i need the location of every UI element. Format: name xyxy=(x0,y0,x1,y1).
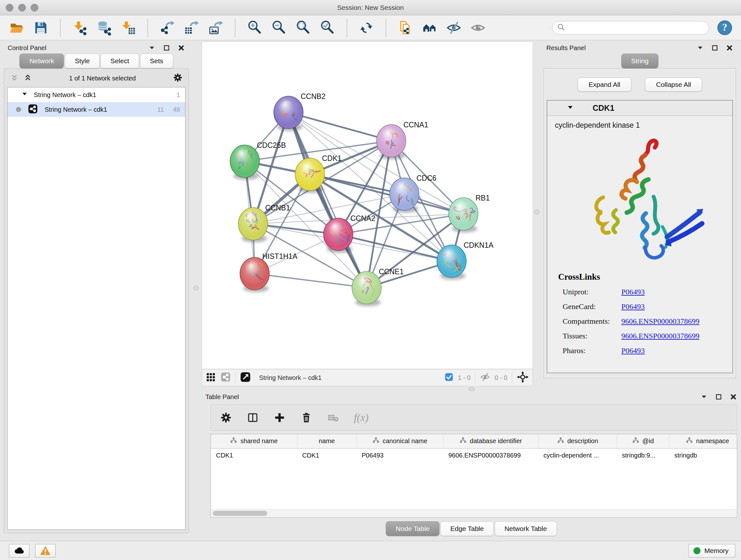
collapse-all-tree-icon[interactable] xyxy=(10,73,19,83)
export-image-icon[interactable] xyxy=(207,19,224,36)
refresh-icon[interactable] xyxy=(358,19,375,36)
network-row-selected[interactable]: String Network – cdk1 11 48 xyxy=(8,102,185,117)
zoom-selected-icon[interactable] xyxy=(319,19,336,36)
close-panel-icon[interactable] xyxy=(730,393,737,401)
tab-select[interactable]: Select xyxy=(100,54,139,68)
network-options-gear-icon[interactable] xyxy=(173,72,183,84)
vertical-splitter-grip[interactable] xyxy=(534,209,539,214)
table-horizontal-scrollbar[interactable] xyxy=(211,509,737,517)
control-panel-tabs: NetworkStyleSelectSets xyxy=(4,54,189,68)
node-CDC25B[interactable]: CDC25B xyxy=(230,141,286,180)
table-cell[interactable]: stringdb xyxy=(669,448,737,462)
show-all-icon[interactable] xyxy=(470,19,486,36)
expand-all-button[interactable]: Expand All xyxy=(578,78,631,91)
float-panel-icon[interactable] xyxy=(711,44,719,52)
node-CCNE1[interactable]: CCNE1 xyxy=(352,267,404,306)
help-button[interactable]: ? xyxy=(717,20,733,36)
zoom-in-icon[interactable] xyxy=(246,19,263,36)
close-panel-icon[interactable] xyxy=(178,44,185,52)
open-session-icon[interactable] xyxy=(8,19,25,36)
expand-all-tree-icon[interactable] xyxy=(23,73,32,83)
node-HIST1H1A[interactable]: HIST1H1A xyxy=(240,252,298,292)
table-cell[interactable]: P06493 xyxy=(356,448,443,462)
tree-expander-icon[interactable] xyxy=(22,91,27,99)
import-database-icon[interactable] xyxy=(96,19,112,36)
grid-view-icon[interactable] xyxy=(206,372,216,383)
tab-node-table[interactable]: Node Table xyxy=(386,521,440,536)
export-table-icon[interactable] xyxy=(183,19,200,36)
horizontal-splitter-grip[interactable] xyxy=(468,387,475,391)
search-box[interactable] xyxy=(552,21,709,35)
collapse-all-button[interactable]: Collapse All xyxy=(645,78,702,91)
crosslink-link[interactable]: 9606.ENSP00000378699 xyxy=(621,328,699,343)
tab-network-table[interactable]: Network Table xyxy=(495,521,557,536)
network-canvas[interactable]: CCNB2CCNA1CDC25BCDK1CDC6RB1CCNB1CCNA2CDK… xyxy=(202,42,533,369)
panel-menu-icon[interactable] xyxy=(696,44,704,52)
column-header-canonical-name[interactable]: canonical name xyxy=(356,434,443,448)
save-session-icon[interactable] xyxy=(32,19,49,36)
node-CCNB2[interactable]: CCNB2 xyxy=(274,92,326,131)
import-network-icon[interactable] xyxy=(71,19,88,36)
network-graph[interactable]: CCNB2CCNA1CDC25BCDK1CDC6RB1CCNB1CCNA2CDK… xyxy=(202,42,533,369)
table-cell[interactable]: CDK1 xyxy=(297,448,356,462)
crosslink-link[interactable]: 9606.ENSP00000378699 xyxy=(621,314,699,328)
network-collection-row[interactable]: String Network – cdk1 1 xyxy=(8,87,185,102)
zoom-out-icon[interactable] xyxy=(271,19,287,36)
float-panel-icon[interactable] xyxy=(715,393,723,401)
tab-sets[interactable]: Sets xyxy=(140,54,173,68)
table-cell[interactable]: stringdb:9... xyxy=(617,448,669,462)
tab-style[interactable]: Style xyxy=(65,54,99,68)
section-collapse-icon[interactable] xyxy=(567,105,574,112)
node-CCNA2[interactable]: CCNA2 xyxy=(324,214,375,253)
tab-string[interactable]: String xyxy=(621,54,659,68)
selection-checkbox[interactable] xyxy=(445,373,454,383)
hidden-eye-icon[interactable] xyxy=(480,372,490,383)
vertical-splitter-grip[interactable] xyxy=(193,286,199,291)
column-header-name[interactable]: name xyxy=(297,434,356,448)
node-CDC6[interactable]: CDC6 xyxy=(390,174,436,212)
delete-column-icon[interactable] xyxy=(300,412,313,424)
close-panel-icon[interactable] xyxy=(726,44,733,52)
float-panel-icon[interactable] xyxy=(163,44,171,52)
panel-menu-icon[interactable] xyxy=(700,393,708,401)
search-input[interactable] xyxy=(568,22,704,34)
table-cell[interactable]: cyclin-dependent ... xyxy=(538,448,617,462)
column-header-shared-name[interactable]: shared name xyxy=(211,434,297,448)
export-network-icon[interactable] xyxy=(159,19,176,36)
pan-crosshair-icon[interactable] xyxy=(517,371,529,384)
hide-selected-icon[interactable] xyxy=(446,19,462,36)
protein-section-header[interactable]: CDK1 xyxy=(547,101,732,116)
tab-edge-table[interactable]: Edge Table xyxy=(441,521,494,536)
node-RB1[interactable]: RB1 xyxy=(449,194,490,233)
panel-menu-icon[interactable] xyxy=(148,44,156,52)
crosslink-link[interactable]: P06493 xyxy=(621,285,645,299)
table-row[interactable]: CDK1CDK1P064939606.ENSP00000378699cyclin… xyxy=(211,448,737,462)
first-neighbors-icon[interactable] xyxy=(421,19,438,36)
column-header-database-identifier[interactable]: database identifier xyxy=(443,434,538,448)
crosslink-link[interactable]: P06493 xyxy=(621,299,645,314)
scrollbar-thumb[interactable] xyxy=(213,511,267,516)
column-header-description[interactable]: description xyxy=(538,434,617,448)
zoom-fit-icon[interactable] xyxy=(295,19,312,36)
node-CDK1[interactable]: CDK1 xyxy=(295,154,341,193)
import-table-icon[interactable] xyxy=(120,19,137,36)
table-cell[interactable]: CDK1 xyxy=(211,448,297,462)
network-label: String Network – cdk1 xyxy=(45,106,107,113)
warnings-button[interactable] xyxy=(35,544,56,557)
clone-network-icon[interactable] xyxy=(397,19,414,36)
cloud-services-button[interactable] xyxy=(9,544,29,557)
column-header--id[interactable]: @id xyxy=(617,434,669,448)
memory-status-dot xyxy=(693,547,700,554)
table-settings-gear-icon[interactable] xyxy=(220,412,232,424)
string-network-icon[interactable] xyxy=(220,372,231,383)
table-cell[interactable]: 9606.ENSP00000378699 xyxy=(443,448,538,462)
show-columns-icon[interactable] xyxy=(247,412,259,424)
tab-network[interactable]: Network xyxy=(19,54,64,68)
add-column-icon[interactable] xyxy=(273,412,286,424)
crosslink-link[interactable]: P06493 xyxy=(621,343,645,358)
node-CDKN1A[interactable]: CDKN1A xyxy=(437,241,494,280)
open-in-window-icon[interactable] xyxy=(240,372,251,384)
column-header-namespace[interactable]: namespace xyxy=(669,434,737,448)
node-CCNA1[interactable]: CCNA1 xyxy=(377,121,428,159)
memory-button[interactable]: Memory xyxy=(689,544,735,557)
